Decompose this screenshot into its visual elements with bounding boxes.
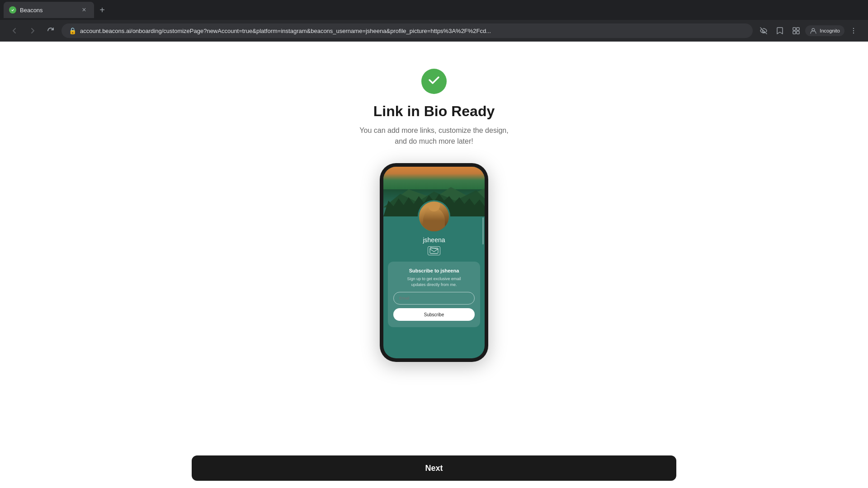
svg-rect-4 <box>797 31 799 34</box>
back-button[interactable] <box>7 23 22 38</box>
svg-point-8 <box>853 33 854 33</box>
bookmark-button[interactable] <box>773 23 787 38</box>
new-tab-button[interactable]: + <box>96 4 108 16</box>
svg-rect-3 <box>793 31 796 34</box>
avatar-silhouette <box>419 202 449 231</box>
tab-close-button[interactable]: × <box>80 5 89 14</box>
check-icon <box>427 73 441 90</box>
phone-avatar-container <box>383 200 485 233</box>
lock-icon: 🔒 <box>69 27 76 34</box>
svg-rect-1 <box>793 28 796 30</box>
refresh-button[interactable] <box>43 23 58 38</box>
page-content: Link in Bio Ready You can add more links… <box>0 42 868 488</box>
phone-email-icon <box>383 246 485 255</box>
browser-toolbar: 🔒 account.beacons.ai/onboarding/customiz… <box>0 20 868 42</box>
next-button[interactable]: Next <box>192 455 676 481</box>
svg-rect-2 <box>797 28 799 30</box>
subscribe-title: Subscribe to jsheena <box>393 268 475 273</box>
email-icon <box>428 246 440 255</box>
subscribe-description: Sign up to get exclusive email updates d… <box>393 276 475 287</box>
avatar <box>418 200 450 233</box>
toolbar-actions: Incognito <box>756 23 861 38</box>
tab-favicon <box>9 6 16 14</box>
menu-button[interactable] <box>846 23 861 38</box>
svg-point-0 <box>10 8 15 12</box>
subscribe-card: Subscribe to jsheena Sign up to get excl… <box>388 262 480 327</box>
main-title: Link in Bio Ready <box>373 103 495 120</box>
svg-rect-11 <box>430 248 438 253</box>
subscribe-button-phone[interactable]: Subscribe <box>393 308 475 321</box>
phone-mockup: jsheena Subscribe to jsheena Sign up to … <box>380 163 488 362</box>
subtitle-line2: and do much more later! <box>395 137 473 145</box>
incognito-badge: Incognito <box>805 25 844 36</box>
success-icon-container <box>421 69 447 94</box>
address-bar[interactable]: 🔒 account.beacons.ai/onboarding/customiz… <box>61 23 753 38</box>
phone-screen: jsheena Subscribe to jsheena Sign up to … <box>383 167 485 358</box>
email-input-phone[interactable] <box>393 292 475 305</box>
extensions-button[interactable] <box>789 23 803 38</box>
avatar-person <box>423 208 445 231</box>
subtitle: You can add more links, customize the de… <box>359 125 508 147</box>
svg-point-7 <box>853 30 854 31</box>
incognito-label: Incognito <box>820 28 840 33</box>
url-display: account.beacons.ai/onboarding/customizeP… <box>80 28 745 34</box>
phone-username: jsheena <box>383 236 485 244</box>
tab-title: Beacons <box>20 7 76 14</box>
active-tab[interactable]: Beacons × <box>4 2 94 18</box>
next-button-container: Next <box>0 448 868 488</box>
svg-point-6 <box>853 28 854 29</box>
forward-button[interactable] <box>25 23 40 38</box>
subtitle-line1: You can add more links, customize the de… <box>359 127 508 134</box>
eye-off-button[interactable] <box>756 23 771 38</box>
browser-tab-bar: Beacons × + <box>0 0 868 20</box>
